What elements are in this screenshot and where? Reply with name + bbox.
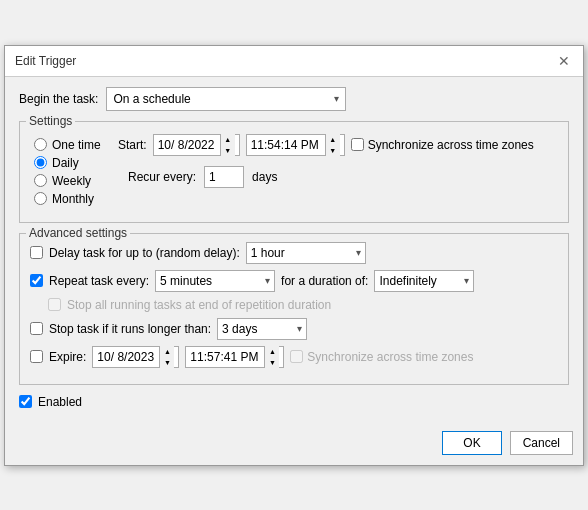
dialog: Edit Trigger ✕ Begin the task: On a sche…	[4, 45, 584, 466]
radio-weekly-label: Weekly	[52, 174, 91, 188]
time-input[interactable]: ▲ ▼	[246, 134, 345, 156]
settings-area: One time Daily Weekly Monthly	[30, 130, 558, 212]
radio-onetime-label: One time	[52, 138, 101, 152]
radio-daily[interactable]	[34, 156, 47, 169]
expire-sync-label: Synchronize across time zones	[307, 350, 473, 364]
repeat-row: Repeat task every: 5 minutes ▾ for a dur…	[30, 270, 558, 292]
expire-time-down[interactable]: ▼	[265, 357, 279, 368]
expire-checkbox[interactable]	[30, 350, 43, 363]
expire-sync-checkbox[interactable]	[290, 350, 303, 363]
title-bar: Edit Trigger ✕	[5, 46, 583, 77]
date-spin: ▲ ▼	[220, 134, 235, 156]
expire-date-spin: ▲ ▼	[159, 346, 174, 368]
begin-task-dropdown[interactable]: On a schedule ▾	[106, 87, 346, 111]
begin-task-arrow: ▾	[334, 93, 339, 104]
repeat-checkbox[interactable]	[30, 274, 43, 287]
delay-checkbox[interactable]	[30, 246, 43, 259]
expire-sync-check: Synchronize across time zones	[290, 350, 473, 364]
duration-section: for a duration of: Indefinitely ▾	[281, 270, 474, 292]
right-col: Start: ▲ ▼ ▲ ▼	[118, 130, 558, 212]
expire-time-spin: ▲ ▼	[264, 346, 279, 368]
stop-longer-dropdown[interactable]: 3 days ▾	[217, 318, 307, 340]
date-down[interactable]: ▼	[221, 145, 235, 156]
begin-task-label: Begin the task:	[19, 92, 98, 106]
stop-running-label: Stop all running tasks at end of repetit…	[67, 298, 331, 312]
radio-monthly[interactable]	[34, 192, 47, 205]
radio-item-monthly: Monthly	[34, 192, 106, 206]
radio-onetime[interactable]	[34, 138, 47, 151]
delay-label: Delay task for up to (random delay):	[49, 246, 240, 260]
time-up[interactable]: ▲	[326, 134, 340, 145]
expire-time-input[interactable]: ▲ ▼	[185, 346, 284, 368]
repeat-value: 5 minutes	[160, 274, 212, 288]
duration-arrow: ▾	[464, 275, 469, 286]
start-row: Start: ▲ ▼ ▲ ▼	[118, 130, 558, 156]
repeat-label: Repeat task every:	[49, 274, 149, 288]
expire-date-field[interactable]	[97, 350, 157, 364]
time-field[interactable]	[251, 138, 323, 152]
stop-running-row: Stop all running tasks at end of repetit…	[30, 298, 558, 312]
duration-dropdown[interactable]: Indefinitely ▾	[374, 270, 474, 292]
stop-longer-label: Stop task if it runs longer than:	[49, 322, 211, 336]
radio-col: One time Daily Weekly Monthly	[30, 130, 110, 212]
recur-label: Recur every:	[128, 170, 196, 184]
begin-task-value: On a schedule	[113, 92, 190, 106]
expire-date-up[interactable]: ▲	[160, 346, 174, 357]
radio-item-weekly: Weekly	[34, 174, 106, 188]
date-input[interactable]: ▲ ▼	[153, 134, 240, 156]
expire-time-up[interactable]: ▲	[265, 346, 279, 357]
settings-group-label: Settings	[26, 114, 75, 128]
duration-value: Indefinitely	[379, 274, 436, 288]
repeat-dropdown[interactable]: 5 minutes ▾	[155, 270, 275, 292]
delay-row: Delay task for up to (random delay): 1 h…	[30, 242, 558, 264]
expire-label: Expire:	[49, 350, 86, 364]
stop-longer-row: Stop task if it runs longer than: 3 days…	[30, 318, 558, 340]
recur-row: Recur every: days	[118, 166, 558, 188]
recur-input[interactable]	[204, 166, 244, 188]
close-button[interactable]: ✕	[555, 52, 573, 70]
enabled-label: Enabled	[38, 395, 82, 409]
start-label: Start:	[118, 138, 147, 152]
sync-checkbox[interactable]	[351, 138, 364, 151]
dialog-body: Begin the task: On a schedule ▾ Settings…	[5, 77, 583, 425]
expire-row: Expire: ▲ ▼ ▲ ▼ Sync	[30, 346, 558, 368]
radio-item-onetime: One time	[34, 138, 106, 152]
stop-longer-value: 3 days	[222, 322, 257, 336]
advanced-settings-group: Advanced settings Delay task for up to (…	[19, 233, 569, 385]
sync-check: Synchronize across time zones	[351, 138, 534, 152]
radio-item-daily: Daily	[34, 156, 106, 170]
expire-date-input[interactable]: ▲ ▼	[92, 346, 179, 368]
begin-task-row: Begin the task: On a schedule ▾	[19, 87, 569, 111]
delay-value: 1 hour	[251, 246, 285, 260]
advanced-label: Advanced settings	[26, 226, 130, 240]
radio-daily-label: Daily	[52, 156, 79, 170]
enabled-checkbox[interactable]	[19, 395, 32, 408]
stop-longer-arrow: ▾	[297, 323, 302, 334]
stop-running-checkbox[interactable]	[48, 298, 61, 311]
date-up[interactable]: ▲	[221, 134, 235, 145]
delay-arrow: ▾	[356, 247, 361, 258]
enabled-row: Enabled	[19, 395, 569, 409]
date-field[interactable]	[158, 138, 218, 152]
time-down[interactable]: ▼	[326, 145, 340, 156]
cancel-button[interactable]: Cancel	[510, 431, 573, 455]
delay-dropdown[interactable]: 1 hour ▾	[246, 242, 366, 264]
radio-monthly-label: Monthly	[52, 192, 94, 206]
sync-label: Synchronize across time zones	[368, 138, 534, 152]
radio-weekly[interactable]	[34, 174, 47, 187]
stop-longer-checkbox[interactable]	[30, 322, 43, 335]
recur-unit: days	[252, 170, 277, 184]
ok-button[interactable]: OK	[442, 431, 501, 455]
expire-date-down[interactable]: ▼	[160, 357, 174, 368]
dialog-title: Edit Trigger	[15, 54, 76, 68]
time-spin: ▲ ▼	[325, 134, 340, 156]
footer: OK Cancel	[5, 425, 583, 465]
duration-label: for a duration of:	[281, 274, 368, 288]
settings-group: Settings One time Daily	[19, 121, 569, 223]
expire-time-field[interactable]	[190, 350, 262, 364]
radio-group: One time Daily Weekly Monthly	[30, 130, 110, 212]
repeat-arrow: ▾	[265, 275, 270, 286]
